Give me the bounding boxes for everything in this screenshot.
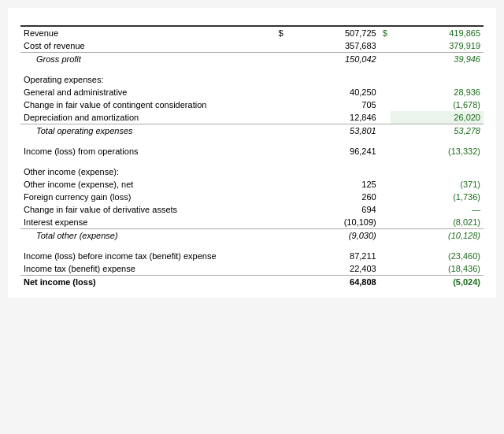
currency-symbol-2022-gen-admin <box>380 86 391 98</box>
currency-symbol-2023-operating-expenses-header <box>275 73 287 86</box>
income-statement-table: Revenue$507,725$419,865Cost of revenue35… <box>20 22 484 288</box>
table-row-other-income-net: Other income (expense), net125(371) <box>20 178 484 191</box>
row-label-fair-value-derivative: Change in fair value of derivative asset… <box>20 203 275 216</box>
row-label-other-income-header: Other income (expense): <box>20 165 275 178</box>
value-2022-total-other: (10,128) <box>391 229 484 243</box>
currency-symbol-2022-other-income-net <box>380 178 391 191</box>
table-row-income-tax: Income tax (benefit) expense22,403(18,43… <box>20 262 484 276</box>
currency-symbol-2023-gen-admin <box>275 86 287 98</box>
currency-symbol-2023-fair-value-derivative <box>275 203 287 216</box>
value-2022-gross-profit: 39,946 <box>391 53 484 66</box>
table-row-foreign-currency: Foreign currency gain (loss)260(1,736) <box>20 191 484 203</box>
value-2022-gen-admin: 28,936 <box>391 86 484 98</box>
value-2023-operating-expenses-header <box>287 73 380 86</box>
value-2023-income-ops: 96,241 <box>287 145 380 158</box>
value-2023-depreciation: 12,846 <box>287 111 380 124</box>
currency-symbol-2022-fair-value-derivative <box>380 203 391 216</box>
value-2023-total-other: (9,030) <box>287 229 380 243</box>
value-2022-total-operating: 53,278 <box>391 124 484 138</box>
currency-symbol-2023-other-income-net <box>275 178 287 191</box>
value-2023-gross-profit: 150,042 <box>287 53 380 66</box>
currency-symbol-2022-foreign-currency <box>380 191 391 203</box>
value-2022-depreciation: 26,020 <box>391 111 484 124</box>
currency-symbol-2023-interest-expense <box>275 216 287 229</box>
value-2023-other-income-header <box>287 165 380 178</box>
table-row-depreciation: Depreciation and amortization12,84626,02… <box>20 111 484 124</box>
row-label-fair-value-contingent: Change in fair value of contingent consi… <box>20 98 275 111</box>
currency-symbol-2023-income-ops <box>275 145 287 158</box>
value-2022-operating-expenses-header <box>391 73 484 86</box>
table-row-spacer4 <box>20 242 484 250</box>
currency-symbol-2023-foreign-currency <box>275 191 287 203</box>
row-label-depreciation: Depreciation and amortization <box>20 111 275 124</box>
table-row-spacer2 <box>20 137 484 145</box>
currency-symbol-2023-fair-value-contingent <box>275 98 287 111</box>
table-row-income-before-tax: Income (loss) before income tax (benefit… <box>20 250 484 262</box>
value-2023-cost-of-revenue: 357,683 <box>287 39 380 53</box>
value-2023-income-tax: 22,403 <box>287 262 380 276</box>
row-label-other-income-net: Other income (expense), net <box>20 178 275 191</box>
currency-symbol-2022-total-other <box>380 229 391 243</box>
currency-symbol-2022-gross-profit <box>380 53 391 66</box>
currency-symbol-2023-income-tax <box>275 262 287 276</box>
row-label-gross-profit: Gross profit <box>20 53 275 66</box>
currency-symbol-2022-depreciation <box>380 111 391 124</box>
row-label-total-other: Total other (expense) <box>20 229 275 243</box>
currency-symbol-2022-income-ops <box>380 145 391 158</box>
currency-symbol-2022-cost-of-revenue <box>380 39 391 53</box>
table-row-other-income-header: Other income (expense): <box>20 165 484 178</box>
currency-symbol-2022-other-income-header <box>380 165 391 178</box>
value-2023-income-before-tax: 87,211 <box>287 250 380 262</box>
table-row-net-income: Net income (loss)64,808(5,024) <box>20 276 484 289</box>
currency-symbol-2022-fair-value-contingent <box>380 98 391 111</box>
value-2022-revenue: 419,865 <box>391 26 484 39</box>
currency-symbol-2023-gross-profit <box>275 53 287 66</box>
row-label-income-before-tax: Income (loss) before income tax (benefit… <box>20 250 275 262</box>
table-row-gen-admin: General and administrative40,25028,936 <box>20 86 484 98</box>
value-2023-revenue: 507,725 <box>287 26 380 39</box>
currency-symbol-2022-operating-expenses-header <box>380 73 391 86</box>
value-2023-other-income-net: 125 <box>287 178 380 191</box>
row-label-total-operating: Total operating expenses <box>20 124 275 138</box>
value-2022-foreign-currency: (1,736) <box>391 191 484 203</box>
table-row-fair-value-derivative: Change in fair value of derivative asset… <box>20 203 484 216</box>
value-2023-fair-value-contingent: 705 <box>287 98 380 111</box>
currency-symbol-2022-total-operating <box>380 124 391 138</box>
currency-symbol-2022-income-before-tax <box>380 250 391 262</box>
value-2022-fair-value-contingent: (1,678) <box>391 98 484 111</box>
table-row-spacer1 <box>20 65 484 73</box>
row-label-operating-expenses-header: Operating expenses: <box>20 73 275 86</box>
table-row-revenue: Revenue$507,725$419,865 <box>20 26 484 39</box>
currency-symbol-2023-cost-of-revenue <box>275 39 287 53</box>
row-label-gen-admin: General and administrative <box>20 86 275 98</box>
currency-symbol-2023-revenue: $ <box>275 26 287 39</box>
currency-symbol-2022-net-income <box>380 276 391 289</box>
value-2023-foreign-currency: 260 <box>287 191 380 203</box>
currency-symbol-2022-interest-expense <box>380 216 391 229</box>
row-label-cost-of-revenue: Cost of revenue <box>20 39 275 53</box>
value-2023-interest-expense: (10,109) <box>287 216 380 229</box>
currency-symbol-2022-revenue: $ <box>380 26 391 39</box>
currency-symbol-2023-income-before-tax <box>275 250 287 262</box>
value-2023-fair-value-derivative: 694 <box>287 203 380 216</box>
value-2022-other-income-net: (371) <box>391 178 484 191</box>
value-2023-net-income: 64,808 <box>287 276 380 289</box>
value-2022-income-before-tax: (23,460) <box>391 250 484 262</box>
value-2022-net-income: (5,024) <box>391 276 484 289</box>
row-label-foreign-currency: Foreign currency gain (loss) <box>20 191 275 203</box>
table-row-interest-expense: Interest expense(10,109)(8,021) <box>20 216 484 229</box>
table-row-gross-profit: Gross profit150,04239,946 <box>20 53 484 66</box>
currency-symbol-2023-total-operating <box>275 124 287 138</box>
table-row-spacer3 <box>20 158 484 165</box>
currency-symbol-2023-net-income <box>275 276 287 289</box>
currency-symbol-2022-income-tax <box>380 262 391 276</box>
value-2023-gen-admin: 40,250 <box>287 86 380 98</box>
value-2022-cost-of-revenue: 379,919 <box>391 39 484 53</box>
value-2022-fair-value-derivative: — <box>391 203 484 216</box>
value-2023-total-operating: 53,801 <box>287 124 380 138</box>
table-row-operating-expenses-header: Operating expenses: <box>20 73 484 86</box>
table-row-total-operating: Total operating expenses53,80153,278 <box>20 124 484 138</box>
value-2022-other-income-header <box>391 165 484 178</box>
row-label-income-tax: Income tax (benefit) expense <box>20 262 275 276</box>
financial-table-container: Revenue$507,725$419,865Cost of revenue35… <box>8 8 496 298</box>
